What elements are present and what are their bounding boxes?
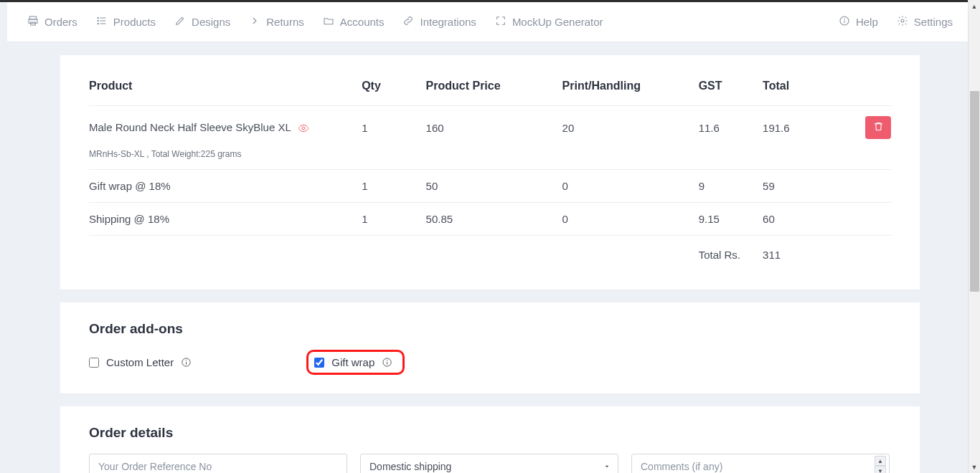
nav-help[interactable]: Help — [839, 15, 878, 29]
spinner-controls: ▲ ▼ — [875, 456, 886, 473]
cell-print: 0 — [562, 203, 699, 236]
list-icon — [96, 15, 108, 29]
scroll-down-button[interactable]: ▼ — [969, 461, 980, 473]
scroll-up-button[interactable]: ▲ — [969, 0, 980, 12]
info-icon[interactable] — [382, 357, 392, 368]
order-details-card: Order details Domestic shipping Comments… — [60, 406, 920, 473]
nav-products-label: Products — [113, 16, 156, 28]
custom-letter-checkbox[interactable] — [89, 358, 99, 368]
info-icon — [839, 15, 850, 29]
cell-price: 160 — [426, 106, 562, 150]
order-ref-input[interactable] — [89, 454, 347, 473]
cell-qty: 1 — [362, 203, 425, 236]
nav-mockup-label: MockUp Generator — [512, 16, 603, 28]
summary-label: Total Rs. — [699, 236, 763, 272]
order-items-card: Product Qty Product Price Print/Handling… — [60, 55, 920, 290]
link-icon — [402, 15, 414, 29]
details-title: Order details — [89, 425, 891, 441]
cell-qty: 1 — [362, 170, 425, 203]
svg-point-13 — [302, 127, 305, 130]
svg-point-11 — [844, 19, 845, 19]
cell-gst: 11.6 — [699, 106, 763, 150]
addons-title: Order add-ons — [89, 321, 891, 337]
addon-gift-wrap[interactable]: Gift wrap — [314, 356, 392, 368]
cell-total: 59 — [763, 170, 859, 203]
shipping-selected-value: Domestic shipping — [369, 461, 451, 472]
custom-letter-label: Custom Letter — [106, 356, 174, 368]
svg-point-16 — [186, 360, 187, 360]
nav-settings-label: Settings — [914, 16, 953, 28]
comments-placeholder: Comments (if any) — [641, 461, 722, 472]
cell-gst: 9.15 — [699, 203, 763, 236]
svg-point-12 — [901, 19, 904, 22]
col-product: Product — [89, 74, 362, 106]
cell-price: 50.85 — [426, 203, 562, 236]
col-total: Total — [763, 74, 859, 106]
nav-products[interactable]: Products — [96, 15, 156, 29]
col-print: Print/Handling — [562, 74, 699, 106]
cell-total: 191.6 — [763, 106, 859, 150]
product-name: Shipping @ 18% — [89, 203, 362, 236]
table-row: Shipping @ 18% 1 50.85 0 9.15 60 — [89, 203, 891, 236]
cell-gst: 9 — [699, 170, 763, 203]
delete-row-button[interactable] — [865, 116, 891, 139]
svg-rect-0 — [29, 16, 36, 19]
nav-returns-label: Returns — [266, 16, 304, 28]
chevron-right-icon — [249, 15, 260, 29]
cell-total: 60 — [763, 203, 859, 236]
product-name: Male Round Neck Half Sleeve SkyBlue XL — [89, 121, 291, 133]
svg-point-7 — [98, 20, 98, 21]
nav-settings[interactable]: Settings — [897, 15, 953, 29]
pencil-icon — [174, 15, 186, 29]
nav-orders-label: Orders — [44, 16, 77, 28]
svg-rect-2 — [31, 22, 36, 25]
nav-accounts[interactable]: Accounts — [323, 15, 385, 29]
eye-icon[interactable] — [298, 123, 309, 134]
svg-point-19 — [387, 360, 387, 360]
caret-down-icon — [603, 461, 611, 472]
cell-print: 0 — [562, 170, 699, 203]
nav-help-label: Help — [856, 16, 878, 28]
product-name: Gift wrap @ 18% — [89, 170, 362, 203]
info-icon[interactable] — [181, 357, 192, 368]
product-meta: MRnHs-Sb-XL , Total Weight:225 grams — [89, 149, 891, 170]
svg-point-6 — [98, 17, 98, 18]
spinner-down[interactable]: ▼ — [875, 466, 886, 473]
addon-custom-letter[interactable]: Custom Letter — [89, 356, 192, 368]
vertical-scrollbar[interactable]: ▲ ▼ — [968, 0, 980, 473]
printer-icon — [27, 15, 39, 29]
nav-orders[interactable]: Orders — [27, 15, 77, 29]
gift-wrap-checkbox[interactable] — [314, 358, 324, 368]
scroll-thumb[interactable] — [970, 91, 979, 292]
col-gst: GST — [699, 74, 763, 106]
folder-icon — [323, 15, 334, 29]
table-row: Male Round Neck Half Sleeve SkyBlue XL 1… — [89, 106, 891, 150]
nav-returns[interactable]: Returns — [249, 15, 304, 29]
scroll-track[interactable] — [969, 12, 980, 461]
col-price: Product Price — [426, 74, 562, 106]
addons-card: Order add-ons Custom Letter Gift wrap — [60, 302, 920, 393]
summary-value: 311 — [763, 236, 859, 272]
gift-wrap-label: Gift wrap — [331, 356, 374, 368]
cell-price: 50 — [426, 170, 562, 203]
nav-integrations[interactable]: Integrations — [402, 15, 476, 29]
gear-icon — [897, 15, 908, 29]
expand-icon — [495, 15, 507, 29]
cell-print: 20 — [562, 106, 699, 150]
trash-icon — [873, 121, 884, 134]
cell-qty: 1 — [362, 106, 425, 150]
top-nav: Orders Products Designs Returns Accounts… — [7, 2, 973, 42]
shipping-select[interactable]: Domestic shipping — [360, 454, 618, 473]
nav-designs-label: Designs — [192, 16, 230, 28]
spinner-up[interactable]: ▲ — [875, 456, 886, 466]
comments-input[interactable]: Comments (if any) ▲ ▼ — [631, 454, 890, 473]
nav-mockup[interactable]: MockUp Generator — [495, 15, 603, 29]
nav-accounts-label: Accounts — [340, 16, 385, 28]
nav-integrations-label: Integrations — [420, 16, 476, 28]
table-row: Gift wrap @ 18% 1 50 0 9 59 — [89, 170, 891, 203]
gift-wrap-highlight: Gift wrap — [306, 350, 405, 375]
summary-row: Total Rs. 311 — [89, 236, 891, 272]
nav-designs[interactable]: Designs — [174, 15, 230, 29]
svg-point-8 — [98, 23, 98, 24]
col-qty: Qty — [362, 74, 425, 106]
